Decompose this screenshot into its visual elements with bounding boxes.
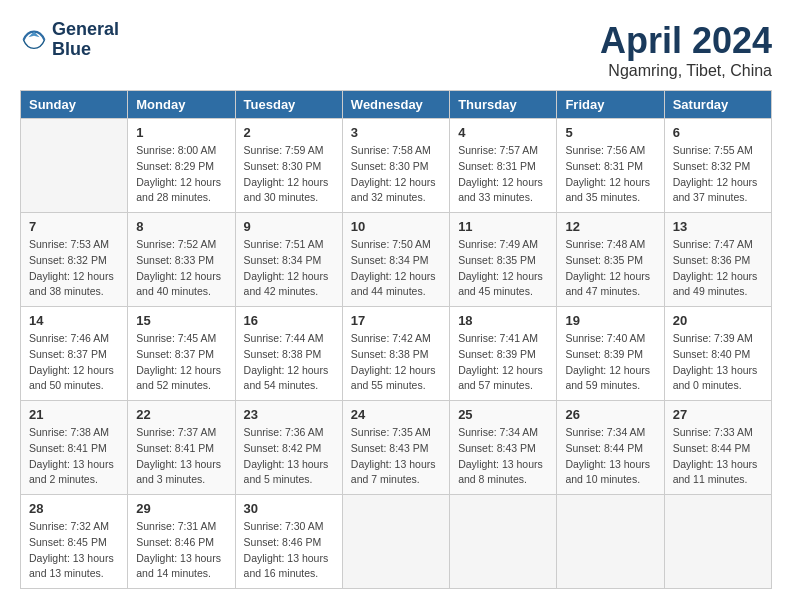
day-info: Sunrise: 7:41 AMSunset: 8:39 PMDaylight:… xyxy=(458,331,548,394)
day-info: Sunrise: 7:49 AMSunset: 8:35 PMDaylight:… xyxy=(458,237,548,300)
day-number: 30 xyxy=(244,501,334,516)
calendar-cell: 22Sunrise: 7:37 AMSunset: 8:41 PMDayligh… xyxy=(128,401,235,495)
day-info: Sunrise: 7:59 AMSunset: 8:30 PMDaylight:… xyxy=(244,143,334,206)
day-info: Sunrise: 7:39 AMSunset: 8:40 PMDaylight:… xyxy=(673,331,763,394)
day-info: Sunrise: 7:53 AMSunset: 8:32 PMDaylight:… xyxy=(29,237,119,300)
day-info: Sunrise: 7:35 AMSunset: 8:43 PMDaylight:… xyxy=(351,425,441,488)
title-section: April 2024 Ngamring, Tibet, China xyxy=(600,20,772,80)
day-info: Sunrise: 7:46 AMSunset: 8:37 PMDaylight:… xyxy=(29,331,119,394)
calendar-cell: 23Sunrise: 7:36 AMSunset: 8:42 PMDayligh… xyxy=(235,401,342,495)
day-number: 25 xyxy=(458,407,548,422)
day-number: 4 xyxy=(458,125,548,140)
day-info: Sunrise: 7:31 AMSunset: 8:46 PMDaylight:… xyxy=(136,519,226,582)
day-number: 20 xyxy=(673,313,763,328)
calendar-cell: 29Sunrise: 7:31 AMSunset: 8:46 PMDayligh… xyxy=(128,495,235,589)
calendar-cell: 11Sunrise: 7:49 AMSunset: 8:35 PMDayligh… xyxy=(450,213,557,307)
day-info: Sunrise: 7:38 AMSunset: 8:41 PMDaylight:… xyxy=(29,425,119,488)
weekday-header: Thursday xyxy=(450,91,557,119)
day-number: 12 xyxy=(565,219,655,234)
calendar-cell: 9Sunrise: 7:51 AMSunset: 8:34 PMDaylight… xyxy=(235,213,342,307)
day-info: Sunrise: 7:42 AMSunset: 8:38 PMDaylight:… xyxy=(351,331,441,394)
day-number: 27 xyxy=(673,407,763,422)
calendar-cell: 7Sunrise: 7:53 AMSunset: 8:32 PMDaylight… xyxy=(21,213,128,307)
calendar-cell xyxy=(450,495,557,589)
day-info: Sunrise: 7:37 AMSunset: 8:41 PMDaylight:… xyxy=(136,425,226,488)
day-info: Sunrise: 7:51 AMSunset: 8:34 PMDaylight:… xyxy=(244,237,334,300)
day-number: 17 xyxy=(351,313,441,328)
calendar-cell: 17Sunrise: 7:42 AMSunset: 8:38 PMDayligh… xyxy=(342,307,449,401)
calendar-week-row: 21Sunrise: 7:38 AMSunset: 8:41 PMDayligh… xyxy=(21,401,772,495)
calendar-cell: 30Sunrise: 7:30 AMSunset: 8:46 PMDayligh… xyxy=(235,495,342,589)
weekday-header: Wednesday xyxy=(342,91,449,119)
month-title: April 2024 xyxy=(600,20,772,62)
day-info: Sunrise: 7:44 AMSunset: 8:38 PMDaylight:… xyxy=(244,331,334,394)
weekday-header: Monday xyxy=(128,91,235,119)
day-info: Sunrise: 7:36 AMSunset: 8:42 PMDaylight:… xyxy=(244,425,334,488)
day-info: Sunrise: 7:33 AMSunset: 8:44 PMDaylight:… xyxy=(673,425,763,488)
calendar-cell: 24Sunrise: 7:35 AMSunset: 8:43 PMDayligh… xyxy=(342,401,449,495)
weekday-header: Friday xyxy=(557,91,664,119)
day-number: 18 xyxy=(458,313,548,328)
calendar-week-row: 14Sunrise: 7:46 AMSunset: 8:37 PMDayligh… xyxy=(21,307,772,401)
day-info: Sunrise: 7:34 AMSunset: 8:44 PMDaylight:… xyxy=(565,425,655,488)
day-info: Sunrise: 8:00 AMSunset: 8:29 PMDaylight:… xyxy=(136,143,226,206)
calendar-cell: 15Sunrise: 7:45 AMSunset: 8:37 PMDayligh… xyxy=(128,307,235,401)
day-info: Sunrise: 7:48 AMSunset: 8:35 PMDaylight:… xyxy=(565,237,655,300)
day-number: 1 xyxy=(136,125,226,140)
page-header: General Blue April 2024 Ngamring, Tibet,… xyxy=(20,20,772,80)
calendar-cell: 18Sunrise: 7:41 AMSunset: 8:39 PMDayligh… xyxy=(450,307,557,401)
calendar-table: SundayMondayTuesdayWednesdayThursdayFrid… xyxy=(20,90,772,589)
calendar-cell: 27Sunrise: 7:33 AMSunset: 8:44 PMDayligh… xyxy=(664,401,771,495)
calendar-cell: 5Sunrise: 7:56 AMSunset: 8:31 PMDaylight… xyxy=(557,119,664,213)
calendar-week-row: 28Sunrise: 7:32 AMSunset: 8:45 PMDayligh… xyxy=(21,495,772,589)
day-number: 21 xyxy=(29,407,119,422)
calendar-cell: 12Sunrise: 7:48 AMSunset: 8:35 PMDayligh… xyxy=(557,213,664,307)
day-info: Sunrise: 7:50 AMSunset: 8:34 PMDaylight:… xyxy=(351,237,441,300)
day-number: 9 xyxy=(244,219,334,234)
calendar-cell xyxy=(664,495,771,589)
location-title: Ngamring, Tibet, China xyxy=(600,62,772,80)
day-number: 10 xyxy=(351,219,441,234)
day-number: 14 xyxy=(29,313,119,328)
day-info: Sunrise: 7:45 AMSunset: 8:37 PMDaylight:… xyxy=(136,331,226,394)
calendar-cell: 1Sunrise: 8:00 AMSunset: 8:29 PMDaylight… xyxy=(128,119,235,213)
calendar-cell: 8Sunrise: 7:52 AMSunset: 8:33 PMDaylight… xyxy=(128,213,235,307)
calendar-cell: 19Sunrise: 7:40 AMSunset: 8:39 PMDayligh… xyxy=(557,307,664,401)
logo-line2: Blue xyxy=(52,40,119,60)
calendar-cell: 20Sunrise: 7:39 AMSunset: 8:40 PMDayligh… xyxy=(664,307,771,401)
logo: General Blue xyxy=(20,20,119,60)
calendar-cell xyxy=(557,495,664,589)
day-number: 19 xyxy=(565,313,655,328)
day-number: 28 xyxy=(29,501,119,516)
calendar-cell: 16Sunrise: 7:44 AMSunset: 8:38 PMDayligh… xyxy=(235,307,342,401)
day-info: Sunrise: 7:30 AMSunset: 8:46 PMDaylight:… xyxy=(244,519,334,582)
day-number: 2 xyxy=(244,125,334,140)
day-number: 8 xyxy=(136,219,226,234)
calendar-cell: 3Sunrise: 7:58 AMSunset: 8:30 PMDaylight… xyxy=(342,119,449,213)
calendar-week-row: 1Sunrise: 8:00 AMSunset: 8:29 PMDaylight… xyxy=(21,119,772,213)
logo-icon xyxy=(20,26,48,54)
calendar-cell: 26Sunrise: 7:34 AMSunset: 8:44 PMDayligh… xyxy=(557,401,664,495)
day-number: 16 xyxy=(244,313,334,328)
day-info: Sunrise: 7:40 AMSunset: 8:39 PMDaylight:… xyxy=(565,331,655,394)
day-info: Sunrise: 7:55 AMSunset: 8:32 PMDaylight:… xyxy=(673,143,763,206)
day-info: Sunrise: 7:58 AMSunset: 8:30 PMDaylight:… xyxy=(351,143,441,206)
calendar-cell: 13Sunrise: 7:47 AMSunset: 8:36 PMDayligh… xyxy=(664,213,771,307)
day-info: Sunrise: 7:47 AMSunset: 8:36 PMDaylight:… xyxy=(673,237,763,300)
day-number: 6 xyxy=(673,125,763,140)
calendar-header-row: SundayMondayTuesdayWednesdayThursdayFrid… xyxy=(21,91,772,119)
weekday-header: Sunday xyxy=(21,91,128,119)
day-info: Sunrise: 7:32 AMSunset: 8:45 PMDaylight:… xyxy=(29,519,119,582)
day-number: 23 xyxy=(244,407,334,422)
calendar-cell: 6Sunrise: 7:55 AMSunset: 8:32 PMDaylight… xyxy=(664,119,771,213)
day-info: Sunrise: 7:52 AMSunset: 8:33 PMDaylight:… xyxy=(136,237,226,300)
day-number: 29 xyxy=(136,501,226,516)
day-number: 15 xyxy=(136,313,226,328)
calendar-cell xyxy=(21,119,128,213)
calendar-cell: 4Sunrise: 7:57 AMSunset: 8:31 PMDaylight… xyxy=(450,119,557,213)
day-number: 24 xyxy=(351,407,441,422)
weekday-header: Tuesday xyxy=(235,91,342,119)
calendar-cell: 25Sunrise: 7:34 AMSunset: 8:43 PMDayligh… xyxy=(450,401,557,495)
weekday-header: Saturday xyxy=(664,91,771,119)
calendar-cell: 28Sunrise: 7:32 AMSunset: 8:45 PMDayligh… xyxy=(21,495,128,589)
